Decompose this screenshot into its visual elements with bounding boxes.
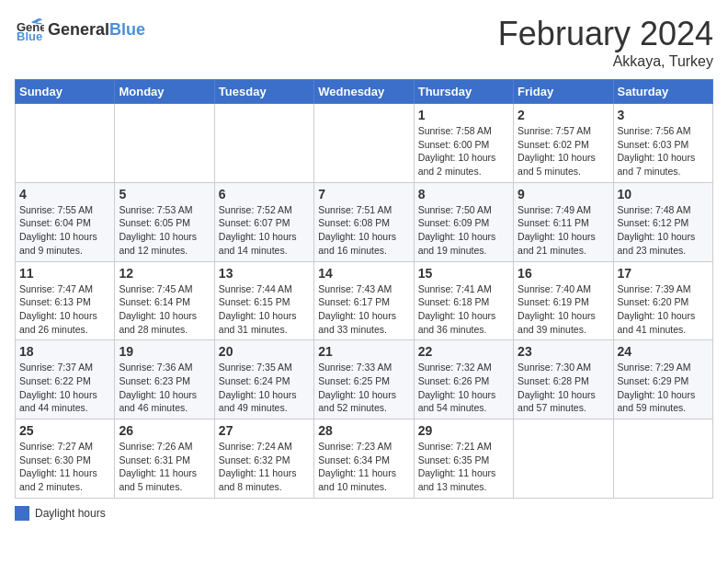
day-number: 6	[219, 187, 310, 201]
col-saturday: Saturday	[613, 80, 712, 104]
title-block: February 2024 Akkaya, Turkey	[498, 15, 713, 70]
day-info: Sunrise: 7:51 AM Sunset: 6:08 PM Dayligh…	[318, 203, 409, 258]
day-info: Sunrise: 7:23 AM Sunset: 6:34 PM Dayligh…	[318, 440, 409, 494]
calendar-title: February 2024	[498, 15, 713, 53]
day-info: Sunrise: 7:49 AM Sunset: 6:11 PM Dayligh…	[518, 203, 609, 258]
calendar-cell: 10Sunrise: 7:48 AM Sunset: 6:12 PM Dayli…	[613, 182, 712, 261]
day-number: 13	[219, 266, 310, 281]
calendar-cell: 25Sunrise: 7:27 AM Sunset: 6:30 PM Dayli…	[16, 419, 115, 499]
day-info: Sunrise: 7:37 AM Sunset: 6:22 PM Dayligh…	[19, 361, 110, 415]
calendar-cell: 6Sunrise: 7:52 AM Sunset: 6:07 PM Daylig…	[214, 182, 313, 261]
day-number: 28	[318, 423, 409, 438]
calendar-cell: 21Sunrise: 7:33 AM Sunset: 6:25 PM Dayli…	[314, 340, 414, 419]
day-info: Sunrise: 7:36 AM Sunset: 6:23 PM Dayligh…	[119, 361, 210, 415]
calendar-week-3: 11Sunrise: 7:47 AM Sunset: 6:13 PM Dayli…	[16, 261, 713, 340]
page-header: General Blue GeneralBlue February 2024 A…	[15, 15, 713, 70]
day-info: Sunrise: 7:41 AM Sunset: 6:18 PM Dayligh…	[418, 282, 509, 337]
day-number: 7	[318, 187, 409, 201]
day-info: Sunrise: 7:56 AM Sunset: 6:03 PM Dayligh…	[618, 124, 709, 178]
calendar-cell	[514, 419, 613, 499]
day-info: Sunrise: 7:57 AM Sunset: 6:02 PM Dayligh…	[518, 124, 609, 178]
day-number: 1	[418, 108, 509, 122]
day-number: 21	[318, 344, 409, 359]
calendar-cell: 27Sunrise: 7:24 AM Sunset: 6:32 PM Dayli…	[214, 419, 313, 499]
day-number: 27	[219, 423, 310, 438]
calendar-cell: 24Sunrise: 7:29 AM Sunset: 6:29 PM Dayli…	[613, 340, 712, 419]
logo: General Blue GeneralBlue	[15, 15, 145, 44]
calendar-week-1: 1Sunrise: 7:58 AM Sunset: 6:00 PM Daylig…	[16, 104, 713, 183]
calendar-cell	[314, 104, 414, 183]
day-number: 29	[418, 423, 509, 438]
day-info: Sunrise: 7:44 AM Sunset: 6:15 PM Dayligh…	[219, 282, 310, 337]
calendar-cell	[115, 104, 214, 183]
col-monday: Monday	[115, 80, 214, 104]
day-info: Sunrise: 7:47 AM Sunset: 6:13 PM Dayligh…	[19, 282, 110, 337]
calendar-cell: 26Sunrise: 7:26 AM Sunset: 6:31 PM Dayli…	[115, 419, 214, 499]
day-info: Sunrise: 7:35 AM Sunset: 6:24 PM Dayligh…	[219, 361, 310, 415]
calendar-body: 1Sunrise: 7:58 AM Sunset: 6:00 PM Daylig…	[16, 104, 713, 499]
col-tuesday: Tuesday	[214, 80, 313, 104]
day-info: Sunrise: 7:26 AM Sunset: 6:31 PM Dayligh…	[119, 440, 210, 494]
legend-box	[15, 506, 29, 521]
calendar-cell: 23Sunrise: 7:30 AM Sunset: 6:28 PM Dayli…	[514, 340, 613, 419]
calendar-cell: 11Sunrise: 7:47 AM Sunset: 6:13 PM Dayli…	[16, 261, 115, 340]
day-number: 12	[119, 266, 210, 281]
day-number: 10	[618, 187, 709, 201]
legend-label: Daylight hours	[35, 507, 106, 520]
calendar-cell: 8Sunrise: 7:50 AM Sunset: 6:09 PM Daylig…	[414, 182, 513, 261]
day-number: 4	[19, 187, 110, 201]
day-number: 14	[318, 266, 409, 281]
calendar-cell	[613, 419, 712, 499]
col-friday: Friday	[514, 80, 613, 104]
calendar-cell: 28Sunrise: 7:23 AM Sunset: 6:34 PM Dayli…	[314, 419, 414, 499]
day-info: Sunrise: 7:43 AM Sunset: 6:17 PM Dayligh…	[318, 282, 409, 337]
svg-text:Blue: Blue	[17, 29, 42, 43]
col-sunday: Sunday	[16, 80, 115, 104]
calendar-cell: 4Sunrise: 7:55 AM Sunset: 6:04 PM Daylig…	[16, 182, 115, 261]
calendar-location: Akkaya, Turkey	[498, 53, 713, 70]
day-info: Sunrise: 7:45 AM Sunset: 6:14 PM Dayligh…	[119, 282, 210, 337]
day-number: 23	[518, 344, 609, 359]
col-wednesday: Wednesday	[314, 80, 414, 104]
logo-general-text: General	[48, 20, 109, 40]
day-number: 8	[418, 187, 509, 201]
logo-blue-text: Blue	[109, 20, 145, 40]
day-info: Sunrise: 7:55 AM Sunset: 6:04 PM Dayligh…	[19, 203, 110, 258]
day-info: Sunrise: 7:29 AM Sunset: 6:29 PM Dayligh…	[618, 361, 709, 415]
calendar-cell: 2Sunrise: 7:57 AM Sunset: 6:02 PM Daylig…	[514, 104, 613, 183]
calendar-cell: 15Sunrise: 7:41 AM Sunset: 6:18 PM Dayli…	[414, 261, 513, 340]
calendar-week-4: 18Sunrise: 7:37 AM Sunset: 6:22 PM Dayli…	[16, 340, 713, 419]
calendar-cell: 13Sunrise: 7:44 AM Sunset: 6:15 PM Dayli…	[214, 261, 313, 340]
calendar-week-5: 25Sunrise: 7:27 AM Sunset: 6:30 PM Dayli…	[16, 419, 713, 499]
calendar-cell: 12Sunrise: 7:45 AM Sunset: 6:14 PM Dayli…	[115, 261, 214, 340]
calendar-cell: 19Sunrise: 7:36 AM Sunset: 6:23 PM Dayli…	[115, 340, 214, 419]
day-number: 17	[618, 266, 709, 281]
day-info: Sunrise: 7:32 AM Sunset: 6:26 PM Dayligh…	[418, 361, 509, 415]
calendar-cell: 7Sunrise: 7:51 AM Sunset: 6:08 PM Daylig…	[314, 182, 414, 261]
day-number: 9	[518, 187, 609, 201]
logo-icon: General Blue	[15, 15, 44, 44]
day-number: 19	[119, 344, 210, 359]
calendar-table: Sunday Monday Tuesday Wednesday Thursday…	[15, 79, 713, 499]
day-info: Sunrise: 7:53 AM Sunset: 6:05 PM Dayligh…	[119, 203, 210, 258]
calendar-cell: 17Sunrise: 7:39 AM Sunset: 6:20 PM Dayli…	[613, 261, 712, 340]
day-number: 18	[19, 344, 110, 359]
calendar-cell: 1Sunrise: 7:58 AM Sunset: 6:00 PM Daylig…	[414, 104, 513, 183]
day-number: 15	[418, 266, 509, 281]
calendar-week-2: 4Sunrise: 7:55 AM Sunset: 6:04 PM Daylig…	[16, 182, 713, 261]
calendar-cell: 3Sunrise: 7:56 AM Sunset: 6:03 PM Daylig…	[613, 104, 712, 183]
calendar-cell	[16, 104, 115, 183]
calendar-cell: 14Sunrise: 7:43 AM Sunset: 6:17 PM Dayli…	[314, 261, 414, 340]
calendar-header-row: Sunday Monday Tuesday Wednesday Thursday…	[16, 80, 713, 104]
calendar-cell: 20Sunrise: 7:35 AM Sunset: 6:24 PM Dayli…	[214, 340, 313, 419]
calendar-cell	[214, 104, 313, 183]
day-number: 22	[418, 344, 509, 359]
calendar-cell: 5Sunrise: 7:53 AM Sunset: 6:05 PM Daylig…	[115, 182, 214, 261]
day-info: Sunrise: 7:30 AM Sunset: 6:28 PM Dayligh…	[518, 361, 609, 415]
day-info: Sunrise: 7:52 AM Sunset: 6:07 PM Dayligh…	[219, 203, 310, 258]
day-info: Sunrise: 7:50 AM Sunset: 6:09 PM Dayligh…	[418, 203, 509, 258]
calendar-cell: 18Sunrise: 7:37 AM Sunset: 6:22 PM Dayli…	[16, 340, 115, 419]
day-info: Sunrise: 7:21 AM Sunset: 6:35 PM Dayligh…	[418, 440, 509, 494]
day-number: 11	[19, 266, 110, 281]
calendar-cell: 9Sunrise: 7:49 AM Sunset: 6:11 PM Daylig…	[514, 182, 613, 261]
